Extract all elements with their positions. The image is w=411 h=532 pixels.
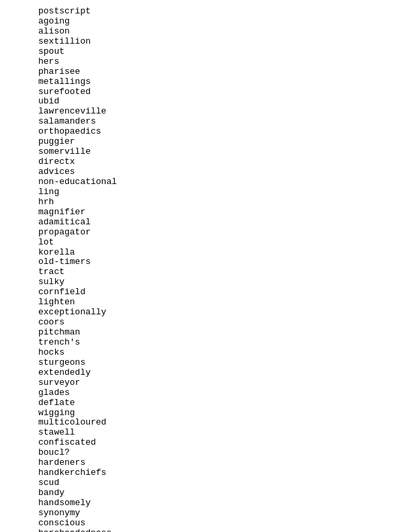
list-item: hers [38, 57, 373, 67]
list-item: ubid [38, 97, 373, 107]
list-item: directx [38, 157, 373, 167]
list-item: agoing [38, 17, 373, 27]
list-item: hocks [38, 348, 373, 358]
list-item: bareheadedness [38, 529, 373, 532]
list-item: somerville [38, 147, 373, 157]
list-item: surveyor [38, 378, 373, 388]
list-item: scud [38, 478, 373, 488]
list-item: boucl? [38, 448, 373, 458]
list-item: coors [38, 318, 373, 328]
list-item: sextillion [38, 37, 373, 47]
list-item: puggier [38, 137, 373, 147]
list-item: handsomely [38, 498, 373, 508]
list-item: cornfield [38, 287, 373, 298]
list-item: korella [38, 248, 373, 258]
list-item: synonymy [38, 508, 373, 519]
list-item: salamanders [38, 117, 373, 127]
list-item: extendedly [38, 368, 373, 378]
list-item: handkerchiefs [38, 468, 373, 478]
list-item: conscious [38, 519, 373, 529]
list-item: tract [38, 267, 373, 277]
list-item: postscript [38, 7, 373, 17]
list-item: alison [38, 27, 373, 37]
list-item: ling [38, 187, 373, 197]
list-item: sulky [38, 277, 373, 287]
list-item: lot [38, 238, 373, 248]
list-item: old-timers [38, 257, 373, 267]
list-item: trench's [38, 338, 373, 348]
list-item: exceptionally [38, 308, 373, 318]
list-item: adamitical [38, 218, 373, 228]
list-item: sturgeons [38, 358, 373, 368]
list-item: lawrenceville [38, 107, 373, 117]
list-item: non-educational [38, 177, 373, 187]
list-item: metallings [38, 77, 373, 87]
list-item: pitchman [38, 328, 373, 338]
list-item: confiscated [38, 438, 373, 448]
list-item: pharisee [38, 67, 373, 77]
list-item: lighten [38, 298, 373, 308]
list-item: glades [38, 388, 373, 398]
list-item: advices [38, 167, 373, 177]
list-item: propagator [38, 228, 373, 238]
list-item: surefooted [38, 87, 373, 97]
list-item: spout [38, 47, 373, 57]
word-list: postscriptagoingalisonsextillionspouther… [38, 7, 373, 532]
list-item: stawell [38, 428, 373, 438]
list-item: deflate [38, 398, 373, 408]
list-item: orthopaedics [38, 127, 373, 137]
list-item: hrh [38, 197, 373, 208]
list-item: bandy [38, 488, 373, 498]
list-item: magnifier [38, 208, 373, 218]
list-item: hardeners [38, 458, 373, 468]
list-item: wigging [38, 408, 373, 418]
list-item: multicoloured [38, 418, 373, 428]
